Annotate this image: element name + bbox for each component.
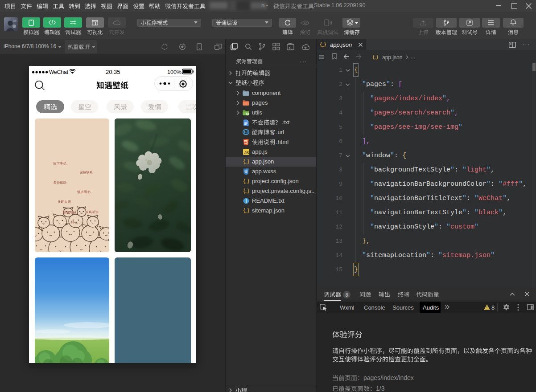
svg-text:JS: JS: [244, 151, 249, 155]
